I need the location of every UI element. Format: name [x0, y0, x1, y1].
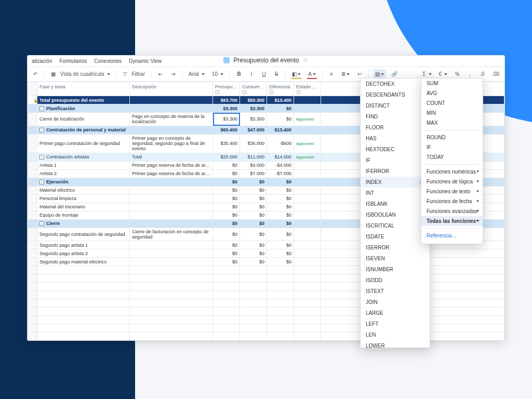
- function-item[interactable]: IFERROR: [361, 166, 430, 177]
- function-item[interactable]: DECTOHEX: [361, 78, 430, 89]
- function-item[interactable]: DISTINCT: [361, 100, 430, 111]
- row-handle[interactable]: 🔒: [28, 96, 37, 104]
- cell-task[interactable]: Primer pago contratación de seguridad: [37, 134, 130, 153]
- row-handle[interactable]: [28, 169, 37, 178]
- decimal-increase-icon[interactable]: .00: [490, 69, 501, 79]
- cell-empty[interactable]: [28, 324, 37, 332]
- col-header-consumed[interactable]: Consumidoi: [240, 82, 267, 96]
- table-row-empty[interactable]: [28, 283, 504, 291]
- cell-empty[interactable]: [294, 324, 321, 332]
- cell-empty[interactable]: [294, 308, 321, 316]
- cell-empty[interactable]: [28, 266, 37, 274]
- function-item[interactable]: INT: [361, 188, 430, 198]
- cell-consumed[interactable]: $0: [240, 241, 267, 249]
- table-row-empty[interactable]: [28, 324, 504, 332]
- cell-empty[interactable]: [240, 316, 267, 324]
- cell-empty[interactable]: [213, 274, 240, 283]
- function-item[interactable]: LARGE: [361, 308, 430, 318]
- row-handle[interactable]: [28, 228, 37, 241]
- cell-description[interactable]: Primer pago reserva de fecha de artista …: [130, 169, 213, 178]
- function-item[interactable]: HEXTODEC: [361, 144, 430, 155]
- cell-consumed[interactable]: $3.300: [240, 113, 267, 126]
- cell-diff[interactable]: $13.400: [267, 126, 294, 134]
- cell-diff[interactable]: $0: [267, 178, 294, 186]
- function-category-item[interactable]: IF: [421, 142, 483, 152]
- function-item[interactable]: DESCENDANTS: [361, 89, 430, 100]
- cell-empty[interactable]: [37, 274, 130, 283]
- cell-empty[interactable]: [28, 308, 37, 316]
- expander-icon[interactable]: -: [39, 128, 44, 132]
- cell-empty[interactable]: [130, 283, 213, 291]
- view-picker[interactable]: ▦ Vista de cuadrícula: [49, 69, 112, 79]
- cell-description[interactable]: [130, 186, 213, 194]
- cell-consumed[interactable]: $0: [240, 186, 267, 194]
- cell-empty[interactable]: [240, 266, 267, 274]
- cell-empty[interactable]: [240, 308, 267, 316]
- cell-consumed[interactable]: $0: [240, 194, 267, 203]
- font-family-picker[interactable]: Arial: [187, 69, 207, 79]
- expander-icon[interactable]: -: [39, 221, 44, 226]
- cell-empty[interactable]: [240, 283, 267, 291]
- cell-empty[interactable]: [37, 299, 130, 308]
- cell-empty[interactable]: [213, 324, 240, 332]
- table-row-empty[interactable]: [28, 308, 504, 316]
- cell-description[interactable]: [130, 219, 213, 228]
- cell-task[interactable]: -Contratación de personal y material: [37, 126, 130, 134]
- cell-task[interactable]: Material eléctrico: [37, 186, 130, 194]
- cell-description[interactable]: Pago en concepto de reserva de la locali…: [130, 113, 213, 126]
- row-handle[interactable]: [28, 161, 37, 169]
- function-item[interactable]: HAS: [361, 133, 430, 144]
- cell-description[interactable]: [130, 258, 213, 266]
- col-header-diff[interactable]: Diferenciai: [267, 82, 294, 96]
- cell-empty[interactable]: [213, 332, 240, 340]
- function-category-item[interactable]: SUM: [421, 78, 483, 88]
- cell-task[interactable]: Segundo pago contratación de seguridad: [37, 228, 130, 241]
- function-category-item[interactable]: Funciones de lógica: [421, 177, 483, 187]
- cell-empty[interactable]: [294, 299, 321, 308]
- star-icon[interactable]: ☆: [303, 57, 309, 64]
- undo-icon[interactable]: ↶: [31, 69, 40, 79]
- cell-consumed[interactable]: $0: [240, 249, 267, 258]
- cell-empty[interactable]: [240, 291, 267, 299]
- cell-consumed[interactable]: $0: [240, 258, 267, 266]
- info-icon[interactable]: i: [296, 90, 301, 95]
- table-row-empty[interactable]: [28, 299, 504, 308]
- row-handle[interactable]: [28, 178, 37, 186]
- cell-empty[interactable]: [37, 308, 130, 316]
- cell-empty[interactable]: [28, 274, 37, 283]
- function-category-item[interactable]: MAX: [421, 118, 483, 128]
- function-item[interactable]: ISBLANK: [361, 198, 430, 209]
- table-row-empty[interactable]: [28, 316, 504, 324]
- cell-budget[interactable]: $0: [213, 186, 240, 194]
- cell-empty[interactable]: [267, 316, 294, 324]
- cell-empty[interactable]: [240, 274, 267, 283]
- cell-empty[interactable]: [28, 332, 37, 340]
- fill-color-button[interactable]: ◧: [290, 69, 303, 79]
- col-header-budget[interactable]: Presupuestoi: [213, 82, 240, 96]
- cell-diff[interactable]: $0: [267, 186, 294, 194]
- cell-empty[interactable]: [37, 291, 130, 299]
- cell-empty[interactable]: [294, 274, 321, 283]
- function-item[interactable]: ISCRITICAL: [361, 220, 430, 231]
- cell-task[interactable]: Cierre de localización: [37, 113, 130, 126]
- functions-categories-panel[interactable]: SUMAVGCOUNTMINMAXROUNDIFTODAYFunciones n…: [421, 78, 483, 244]
- cell-task[interactable]: Segundo pago artista 1: [37, 241, 130, 249]
- cell-status[interactable]: [294, 203, 321, 211]
- row-handle[interactable]: [28, 203, 37, 211]
- cell-description[interactable]: [130, 249, 213, 258]
- cell-description[interactable]: [130, 178, 213, 186]
- cell-status[interactable]: [294, 161, 321, 169]
- underline-button[interactable]: U: [259, 69, 269, 79]
- font-size-picker[interactable]: 10: [210, 69, 225, 79]
- cell-status[interactable]: [294, 249, 321, 258]
- row-handle[interactable]: [28, 219, 37, 228]
- table-row-empty[interactable]: [28, 266, 504, 274]
- row-handle[interactable]: [28, 186, 37, 194]
- cell-empty[interactable]: [130, 316, 213, 324]
- cell-description[interactable]: [130, 126, 213, 134]
- cell-empty[interactable]: [37, 283, 130, 291]
- cell-empty[interactable]: [28, 316, 37, 324]
- cell-consumed[interactable]: $11.000: [240, 153, 267, 161]
- row-handle[interactable]: [28, 104, 37, 113]
- cell-status[interactable]: [294, 211, 321, 219]
